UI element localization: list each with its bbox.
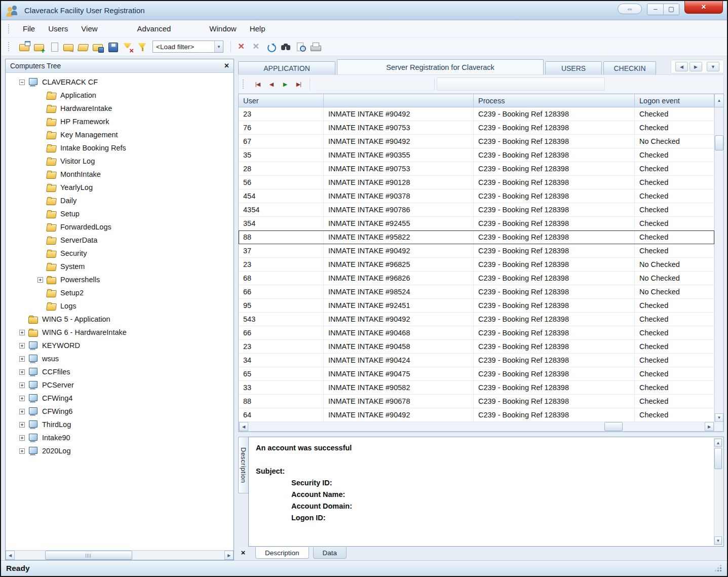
menu-item-window[interactable]: Window <box>203 24 243 33</box>
tree-item-key-management[interactable]: Key Management <box>6 128 234 141</box>
table-row-95[interactable]: 95 INMATE INTAKE #92451 C239 - Booking R… <box>239 299 714 313</box>
toolbar-grip[interactable] <box>8 42 10 51</box>
description-scroll-thumb[interactable] <box>714 448 722 469</box>
tree-item-wsus[interactable]: wsus <box>6 352 234 365</box>
scroll-down-icon[interactable]: ▼ <box>714 536 722 545</box>
tree-item-logs[interactable]: Logs <box>6 299 234 313</box>
tree-expander-icon[interactable] <box>19 80 25 85</box>
tree-item-forwardedlogs[interactable]: ForwardedLogs <box>6 220 234 234</box>
table-row-37[interactable]: 37 INMATE INTAKE #90492 C239 - Booking R… <box>239 244 714 258</box>
tree-item-setup[interactable]: Setup <box>6 207 234 220</box>
menubar-grip[interactable] <box>8 24 10 33</box>
tree-expander-icon[interactable] <box>19 409 25 414</box>
tree-item-cfwing6[interactable]: CFWing6 <box>6 405 234 418</box>
resize-grip[interactable] <box>714 565 722 572</box>
tree-expander-icon[interactable] <box>19 448 25 454</box>
scroll-down-icon[interactable]: ▼ <box>715 413 723 422</box>
menu-item-help[interactable]: Help <box>243 24 272 33</box>
scroll-right-icon[interactable]: ▶ <box>705 422 714 431</box>
tree-item-wing-6-hardwareintake[interactable]: WING 6 - HardwareIntake <box>6 326 234 339</box>
tree-item-monthintake[interactable]: MonthIntake <box>6 168 234 181</box>
menu-item-users[interactable]: Users <box>42 24 74 33</box>
table-row-4354[interactable]: 4354 INMATE INTAKE #90786 C239 - Booking… <box>239 203 714 217</box>
bottom-tab-data[interactable]: Data <box>313 547 347 559</box>
close-button[interactable]: × <box>684 1 723 14</box>
nav-button-first-record[interactable]: |◀ <box>251 78 264 90</box>
scroll-up-icon[interactable]: ▲ <box>714 94 723 107</box>
toolbar-button-save[interactable] <box>107 41 119 53</box>
tree-expander-icon[interactable] <box>19 435 25 441</box>
tab-scroll-right-icon[interactable]: ▶ <box>689 62 702 71</box>
table-row-33[interactable]: 33 INMATE INTAKE #90582 C239 - Booking R… <box>239 381 714 395</box>
column-header-intake[interactable] <box>324 94 474 107</box>
table-row-66[interactable]: 66 INMATE INTAKE #90468 C239 - Booking R… <box>239 326 714 340</box>
tree-item-serverdata[interactable]: ServerData <box>6 234 234 247</box>
toolbar-button-open-folder[interactable] <box>78 41 89 53</box>
table-row-23[interactable]: 23 INMATE INTAKE #96825 C239 - Booking R… <box>239 258 714 272</box>
load-filter-combobox[interactable]: <Load filter> ▼ <box>152 41 223 53</box>
tree-item-intake-booking-refs[interactable]: Intake Booking Refs <box>6 141 234 155</box>
toolbar-button-delete[interactable] <box>236 41 248 53</box>
tree-item-yearlylog[interactable]: YearlyLog <box>6 181 234 194</box>
table-row-64[interactable]: 64 INMATE INTAKE #90492 C239 - Booking R… <box>239 408 714 422</box>
tree-item-wing-5-application[interactable]: WING 5 - Application <box>6 313 234 326</box>
toolbar-button-add-computer[interactable] <box>33 41 45 53</box>
toolbar-button-load-log[interactable] <box>63 41 74 53</box>
tree-horizontal-scrollbar[interactable]: ◀ ▶ <box>6 550 234 560</box>
tree-expander-icon[interactable] <box>37 277 43 283</box>
table-row-35[interactable]: 35 INMATE INTAKE #90355 C239 - Booking R… <box>239 148 714 162</box>
table-row-66[interactable]: 66 INMATE INTAKE #98524 C239 - Booking R… <box>239 285 714 299</box>
menu-item-advanced[interactable]: Advanced <box>131 24 178 33</box>
tree-item-cfwing4[interactable]: CFWing4 <box>6 392 234 405</box>
tree-item-keyword[interactable]: KEYWORD <box>6 339 234 352</box>
tree-expander-icon[interactable] <box>19 396 25 401</box>
toolbar-button-refresh[interactable] <box>265 41 277 53</box>
toolbar-button-filter[interactable] <box>136 41 148 53</box>
bottom-tab-description[interactable]: Description <box>255 547 309 559</box>
grid-hscroll-thumb[interactable] <box>604 422 623 431</box>
nav-button-next-record[interactable]: ▶ <box>278 78 292 90</box>
table-row-28[interactable]: 28 INMATE INTAKE #90753 C239 - Booking R… <box>239 162 714 176</box>
grid-vertical-scrollbar[interactable]: ▼ <box>714 107 723 422</box>
column-header-process[interactable]: Process <box>474 94 635 107</box>
tree-item-daily[interactable]: Daily <box>6 194 234 207</box>
tab-application[interactable]: APPLICATION <box>238 61 335 74</box>
tree-item-pcserver[interactable]: PCServer <box>6 378 234 392</box>
table-row-23[interactable]: 23 INMATE INTAKE #90492 C239 - Booking R… <box>239 107 714 121</box>
toolbar-button-clear-filter[interactable] <box>122 41 133 53</box>
scroll-left-icon[interactable]: ◀ <box>239 422 248 431</box>
toolbar-button-print[interactable] <box>310 41 321 53</box>
tree-item-claverack-cf[interactable]: CLAVERACK CF <box>6 75 234 89</box>
scroll-up-icon[interactable]: ▲ <box>714 439 722 447</box>
tab-checkin[interactable]: CHECKIN <box>603 61 656 74</box>
table-row-88[interactable]: 88 INMATE INTAKE #90678 C239 - Booking R… <box>239 395 714 408</box>
tree-item-system[interactable]: System <box>6 260 234 273</box>
toolbar-button-open-log[interactable] <box>19 41 30 53</box>
tree-item-hp-framework[interactable]: HP Framework <box>6 115 234 128</box>
menu-item-file[interactable]: File <box>16 24 42 33</box>
tree-expander-icon[interactable] <box>19 330 25 335</box>
navbar-grip[interactable] <box>243 80 245 89</box>
tree-item-intake90[interactable]: Intake90 <box>6 431 234 444</box>
tree-hscroll-thumb[interactable] <box>45 551 132 560</box>
table-row-454[interactable]: 454 INMATE INTAKE #90378 C239 - Booking … <box>239 189 714 203</box>
scroll-right-icon[interactable]: ▶ <box>224 551 234 560</box>
menu-item-view[interactable]: View <box>74 24 104 33</box>
description-side-tab[interactable]: Description <box>238 437 248 493</box>
minimize-button[interactable]: – <box>647 4 663 15</box>
table-row-34[interactable]: 34 INMATE INTAKE #90424 C239 - Booking R… <box>239 354 714 367</box>
table-row-76[interactable]: 76 INMATE INTAKE #90753 C239 - Booking R… <box>239 121 714 135</box>
tree-item-hardwareintake[interactable]: HardwareIntake <box>6 102 234 115</box>
toolbar-button-remove[interactable] <box>251 41 262 53</box>
tab-server-registration-for-claverack[interactable]: Server Registration for Claverack <box>337 59 544 74</box>
tree-item-application[interactable]: Application <box>6 89 234 102</box>
tree-item-security[interactable]: Security <box>6 247 234 260</box>
tree-expander-icon[interactable] <box>19 369 25 375</box>
table-row-88[interactable]: 88 INMATE INTAKE #95822 C239 - Booking R… <box>239 230 714 244</box>
toolbar-button-new-document[interactable] <box>48 41 60 53</box>
table-row-65[interactable]: 65 INMATE INTAKE #90475 C239 - Booking R… <box>239 367 714 381</box>
table-row-68[interactable]: 68 INMATE INTAKE #96826 C239 - Booking R… <box>239 272 714 285</box>
table-row-543[interactable]: 543 INMATE INTAKE #90492 C239 - Booking … <box>239 313 714 326</box>
toolbar-button-find[interactable] <box>280 41 292 53</box>
tree-expander-icon[interactable] <box>19 422 25 428</box>
